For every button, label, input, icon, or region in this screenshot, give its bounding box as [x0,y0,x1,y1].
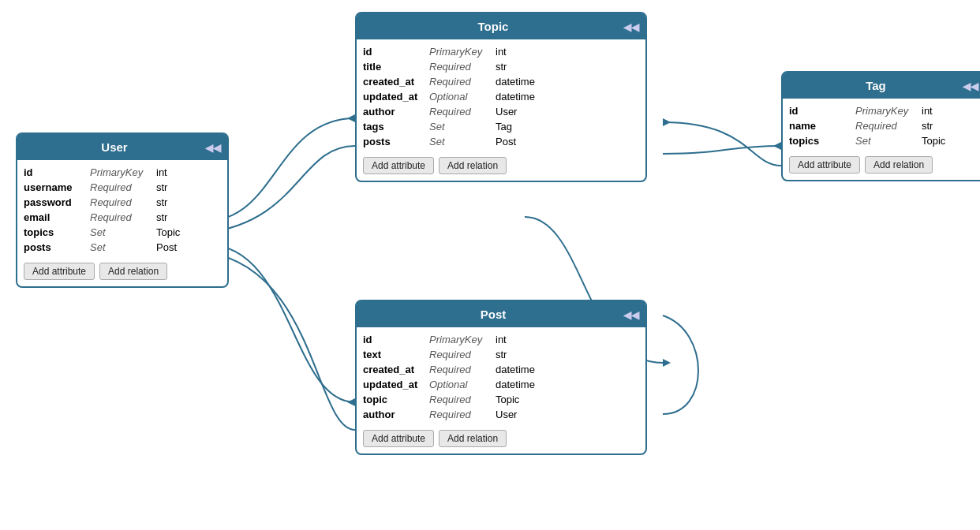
table-row: created_at Required datetime [363,74,639,89]
entity-user-title: User [101,140,127,154]
entity-tag: Tag ◀◀ id PrimaryKey int name Required s… [781,71,980,181]
user-add-relation-button[interactable]: Add relation [99,263,167,280]
svg-marker-1 [347,398,355,406]
table-row: id PrimaryKey int [24,165,221,180]
entity-post-body: id PrimaryKey int text Required str crea… [357,327,645,453]
entity-user: User ◀◀ id PrimaryKey int username Requi… [16,132,229,288]
table-row: name Required str [789,118,978,133]
tag-actions: Add attribute Add relation [789,153,978,174]
entity-topic: Topic ◀◀ id PrimaryKey int title Require… [355,12,647,182]
user-actions: Add attribute Add relation [24,259,221,280]
table-row: title Required str [363,59,639,74]
entity-post-header: Post ◀◀ [357,301,645,327]
post-add-relation-button[interactable]: Add relation [439,430,507,447]
table-row: updated_at Optional datetime [363,89,639,104]
topic-collapse-icon[interactable]: ◀◀ [623,21,639,32]
entity-tag-body: id PrimaryKey int name Required str topi… [783,99,980,180]
svg-marker-4 [663,118,671,126]
table-row: topics Set Topic [789,133,978,148]
table-row: author Required User [363,104,639,119]
table-row: password Required str [24,195,221,210]
table-row: posts Set Post [363,134,639,149]
table-row: created_at Required datetime [363,362,639,377]
entity-tag-title: Tag [866,79,886,92]
entity-user-body: id PrimaryKey int username Required str … [17,160,227,286]
post-actions: Add attribute Add relation [363,427,639,447]
topic-add-attribute-button[interactable]: Add attribute [363,157,434,174]
entity-topic-header: Topic ◀◀ [357,13,645,39]
table-row: id PrimaryKey int [363,332,639,347]
svg-marker-3 [663,359,671,367]
entity-tag-header: Tag ◀◀ [783,73,980,99]
table-row: id PrimaryKey int [789,103,978,118]
svg-marker-0 [347,114,355,122]
topic-add-relation-button[interactable]: Add relation [439,157,507,174]
entity-post: Post ◀◀ id PrimaryKey int text Required … [355,300,647,455]
table-row: tags Set Tag [363,119,639,134]
entity-post-title: Post [481,308,507,321]
entity-topic-title: Topic [478,20,509,33]
entity-topic-body: id PrimaryKey int title Required str cre… [357,39,645,181]
tag-add-relation-button[interactable]: Add relation [865,156,933,174]
post-add-attribute-button[interactable]: Add attribute [363,430,434,447]
diagram-canvas: Topic ◀◀ id PrimaryKey int title Require… [0,0,980,530]
entity-user-header: User ◀◀ [17,134,227,160]
table-row: id PrimaryKey int [363,44,639,59]
tag-collapse-icon[interactable]: ◀◀ [963,80,978,91]
table-row: topics Set Topic [24,225,221,240]
post-collapse-icon[interactable]: ◀◀ [623,308,639,320]
table-row: updated_at Optional datetime [363,377,639,392]
table-row: topic Required Topic [363,392,639,407]
tag-add-attribute-button[interactable]: Add attribute [789,156,860,174]
svg-marker-2 [773,142,781,150]
table-row: email Required str [24,210,221,225]
table-row: username Required str [24,180,221,195]
topic-actions: Add attribute Add relation [363,154,639,174]
user-collapse-icon[interactable]: ◀◀ [205,141,221,153]
table-row: posts Set Post [24,240,221,255]
table-row: text Required str [363,347,639,362]
table-row: author Required User [363,407,639,422]
user-add-attribute-button[interactable]: Add attribute [24,263,95,280]
